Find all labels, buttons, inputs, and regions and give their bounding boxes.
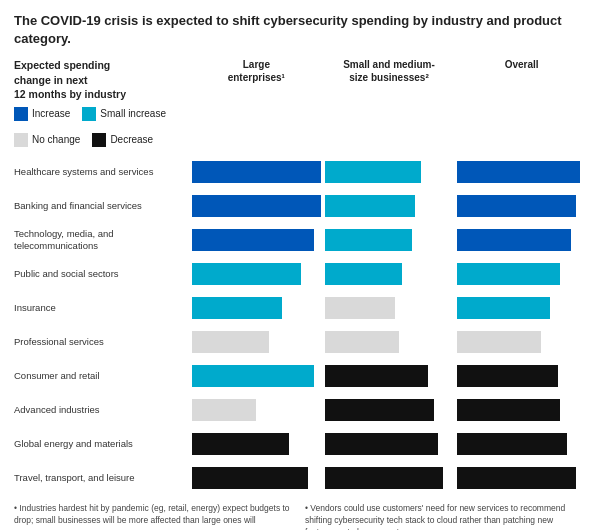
bar-cell-r0-c2 — [457, 155, 586, 189]
legend: IncreaseSmall increaseNo changeDecrease — [14, 107, 192, 147]
bar-r6-c0 — [192, 365, 314, 387]
bar-r3-c0 — [192, 263, 301, 285]
col-header-1: Small and medium-size businesses² — [325, 58, 454, 84]
bar-cell-r1-c2 — [457, 189, 586, 223]
bar-cell-r4-c1 — [325, 291, 454, 325]
bar-r4-c1 — [325, 297, 396, 319]
bar-r2-c2 — [457, 229, 570, 251]
bar-r7-c0 — [192, 399, 256, 421]
bar-cell-r5-c2 — [457, 325, 586, 359]
bar-cell-r5-c0 — [192, 325, 321, 359]
bar-cell-r4-c0 — [192, 291, 321, 325]
bar-cell-r7-c1 — [325, 393, 454, 427]
industry-label-0: Healthcare systems and services — [14, 155, 192, 189]
bar-cell-r3-c0 — [192, 257, 321, 291]
industry-label-8: Global energy and materials — [14, 427, 192, 461]
industry-label-4: Insurance — [14, 291, 192, 325]
bar-cell-r2-c2 — [457, 223, 586, 257]
industry-label-6: Consumer and retail — [14, 359, 192, 393]
column-headers: Largeenterprises¹Small and medium-size b… — [192, 58, 586, 84]
bar-r1-c1 — [325, 195, 415, 217]
bar-r2-c1 — [325, 229, 412, 251]
bar-col-1 — [325, 155, 454, 495]
legend-item-increase: Increase — [14, 107, 70, 121]
footnote-0: • Industries hardest hit by pandemic (eg… — [14, 503, 295, 530]
bar-cell-r6-c1 — [325, 359, 454, 393]
bar-cell-r6-c0 — [192, 359, 321, 393]
bar-cell-r4-c2 — [457, 291, 586, 325]
bar-col-0 — [192, 155, 321, 495]
bar-cell-r3-c2 — [457, 257, 586, 291]
bar-cell-r9-c1 — [325, 461, 454, 495]
bar-r3-c1 — [325, 263, 402, 285]
bars-area — [192, 155, 586, 495]
bar-r8-c1 — [325, 433, 438, 455]
bar-cell-r0-c1 — [325, 155, 454, 189]
bar-r0-c0 — [192, 161, 321, 183]
bar-r7-c2 — [457, 399, 560, 421]
bar-r6-c1 — [325, 365, 428, 387]
bar-cell-r7-c2 — [457, 393, 586, 427]
bar-cell-r1-c1 — [325, 189, 454, 223]
legend-item-small-increase: Small increase — [82, 107, 166, 121]
bar-r7-c1 — [325, 399, 434, 421]
bar-cell-r5-c1 — [325, 325, 454, 359]
bar-r0-c1 — [325, 161, 422, 183]
col-header-0: Largeenterprises¹ — [192, 58, 321, 84]
bar-r5-c1 — [325, 331, 400, 353]
bar-r6-c2 — [457, 365, 557, 387]
industry-label-9: Travel, transport, and leisure — [14, 461, 192, 495]
main-title: The COVID-19 crisis is expected to shift… — [14, 12, 586, 48]
bar-cell-r7-c0 — [192, 393, 321, 427]
bar-cell-r6-c2 — [457, 359, 586, 393]
industry-label-7: Advanced industries — [14, 393, 192, 427]
bar-r2-c0 — [192, 229, 314, 251]
bar-cell-r1-c0 — [192, 189, 321, 223]
bar-r8-c2 — [457, 433, 566, 455]
bar-cell-r0-c0 — [192, 155, 321, 189]
industry-label-5: Professional services — [14, 325, 192, 359]
bar-r4-c2 — [457, 297, 550, 319]
bar-r4-c0 — [192, 297, 282, 319]
industry-label-3: Public and social sectors — [14, 257, 192, 291]
bar-cell-r8-c2 — [457, 427, 586, 461]
bar-r3-c2 — [457, 263, 560, 285]
footnote-1: • Vendors could use customers' need for … — [305, 503, 586, 530]
bar-r9-c2 — [457, 467, 575, 489]
col-header-2: Overall — [457, 58, 586, 84]
bar-r8-c0 — [192, 433, 289, 455]
bar-cell-r8-c0 — [192, 427, 321, 461]
bar-cell-r9-c0 — [192, 461, 321, 495]
bar-r5-c2 — [457, 331, 541, 353]
bar-r9-c1 — [325, 467, 443, 489]
industry-label-2: Technology, media, and telecommunication… — [14, 223, 192, 257]
legend-title: Expected spending change in next 12 mont… — [14, 58, 192, 101]
legend-item-decrease: Decrease — [92, 133, 153, 147]
bar-r0-c2 — [457, 161, 579, 183]
footnotes: • Industries hardest hit by pandemic (eg… — [14, 503, 586, 530]
bar-r5-c0 — [192, 331, 269, 353]
industry-labels: Healthcare systems and servicesBanking a… — [14, 155, 192, 495]
bar-r9-c0 — [192, 467, 308, 489]
industry-label-1: Banking and financial services — [14, 189, 192, 223]
bar-col-2 — [457, 155, 586, 495]
bar-cell-r2-c1 — [325, 223, 454, 257]
bar-cell-r9-c2 — [457, 461, 586, 495]
bar-r1-c2 — [457, 195, 575, 217]
bar-cell-r8-c1 — [325, 427, 454, 461]
bar-cell-r3-c1 — [325, 257, 454, 291]
bar-cell-r2-c0 — [192, 223, 321, 257]
legend-item-no-change: No change — [14, 133, 80, 147]
bar-r1-c0 — [192, 195, 321, 217]
